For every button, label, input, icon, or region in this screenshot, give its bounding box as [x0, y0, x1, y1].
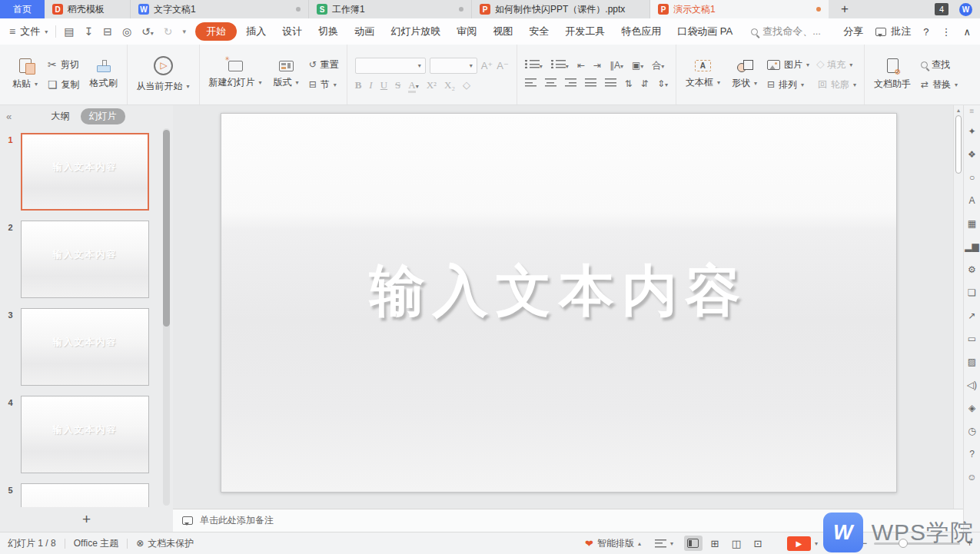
undo-button[interactable]: ↺▾	[141, 25, 154, 38]
theme-name[interactable]: Office 主题	[74, 537, 118, 550]
wordart-icon[interactable]: A	[968, 196, 975, 205]
tab-count-badge[interactable]: 4	[935, 3, 948, 15]
text-align-box-button[interactable]: ▣▾	[632, 61, 643, 70]
underline-button[interactable]: U	[380, 79, 387, 91]
animation-pane-icon[interactable]: ❖	[968, 150, 976, 159]
font-family-select[interactable]: ▾	[355, 58, 426, 74]
paste-button[interactable]: 粘贴▾	[11, 58, 39, 91]
decrease-indent-button[interactable]: ⇤	[577, 61, 585, 70]
copy-button[interactable]: ❏复制	[48, 78, 80, 91]
shrink-font-button[interactable]: A⁻	[497, 60, 509, 71]
shape-tool-icon[interactable]: ○	[969, 173, 975, 182]
distribute-button[interactable]	[605, 78, 616, 89]
justify-button[interactable]	[585, 78, 596, 89]
menu-item-design[interactable]: 设计	[282, 25, 302, 38]
slide-thumbnail-3[interactable]: 输入文本内容	[21, 308, 149, 386]
slide-thumbnail-5[interactable]	[21, 483, 149, 507]
chart-icon[interactable]: ▂▆	[965, 242, 978, 251]
align-right-button[interactable]	[565, 78, 576, 89]
save-button[interactable]: ▤	[64, 25, 74, 38]
section-button[interactable]: ⊟节▾	[309, 78, 339, 91]
text-direction-button[interactable]: ∥A▾	[610, 61, 623, 70]
grow-font-button[interactable]: A⁺	[481, 60, 493, 71]
italic-button[interactable]: I	[369, 79, 372, 91]
print-preview-button[interactable]: ◎	[122, 25, 131, 38]
canvas-scrollbar[interactable]: ▴	[953, 105, 963, 509]
play-slideshow-button[interactable]: ▶	[787, 536, 811, 551]
menu-item-animation[interactable]: 动画	[354, 25, 374, 38]
file-menu[interactable]: ≡ 文件 ▾	[9, 25, 48, 38]
new-tab-button[interactable]: +	[829, 0, 861, 18]
tab-outline[interactable]: 大纲	[48, 108, 73, 124]
arrange-button[interactable]: ⊟排列▾	[767, 78, 809, 91]
align-center-button[interactable]	[545, 78, 556, 89]
redo-button[interactable]: ↻	[164, 25, 173, 38]
align-left-button[interactable]	[525, 78, 537, 89]
add-slide-button[interactable]: +	[0, 507, 173, 532]
font-color-button[interactable]: A▾	[408, 79, 418, 91]
badge-icon[interactable]: ◈	[968, 403, 975, 413]
picture-panel-icon[interactable]: ▨	[968, 357, 976, 367]
slide-thumbnail-4[interactable]: 输入文本内容	[21, 396, 149, 473]
superscript-button[interactable]: X²	[427, 79, 437, 91]
view-normal-button[interactable]	[684, 536, 703, 551]
picture-button[interactable]: 图片▾	[767, 58, 809, 71]
adjust-icon[interactable]: ⚙	[968, 265, 976, 274]
audio-icon[interactable]: ◁)	[967, 380, 977, 390]
replace-button[interactable]: ⇄替换▾	[921, 78, 958, 91]
customize-quickbar-button[interactable]: ▾	[183, 28, 187, 35]
menu-item-transition[interactable]: 切换	[318, 25, 338, 38]
comment-button[interactable]: 批注	[875, 25, 911, 38]
spacing-options-button[interactable]: ⇕▾	[657, 79, 668, 88]
slide-title-text[interactable]: 输入文本内容	[221, 254, 896, 328]
menu-item-devtools[interactable]: 开发工具	[565, 25, 605, 38]
share-panel-icon[interactable]: ↗	[968, 311, 975, 320]
command-search-box[interactable]: 查找命令、...	[751, 25, 821, 38]
bullet-list-button[interactable]: ▾	[525, 60, 543, 71]
layout-grid-icon[interactable]: ▦	[968, 219, 976, 228]
tab-docer[interactable]: D 稻壳模板	[45, 0, 131, 18]
history-icon[interactable]: ◷	[968, 426, 975, 436]
vertical-align-button[interactable]: 合▾	[652, 61, 664, 70]
outline-button[interactable]: 回轮廓▾	[818, 78, 856, 91]
tab-pptx-file[interactable]: P 如何制作快闪PPT（课件）.pptx	[472, 0, 650, 18]
numbered-list-button[interactable]: ▾	[551, 60, 569, 71]
slide-editing-area[interactable]: 输入文本内容	[221, 113, 897, 493]
bold-button[interactable]: B	[355, 79, 362, 91]
print-button[interactable]: ⊟	[103, 25, 112, 38]
menu-item-view[interactable]: 视图	[493, 25, 513, 38]
tab-presentation1-active[interactable]: P 演示文稿1	[650, 0, 829, 18]
slide-layout-button[interactable]: 版式▾	[272, 61, 301, 89]
tab-slides[interactable]: 幻灯片	[81, 108, 125, 124]
paragraph-spacing-button[interactable]: ⇵	[641, 79, 649, 88]
shapes-button[interactable]: 形状▾	[730, 60, 759, 90]
slide-thumbnail-1-selected[interactable]: 输入文本内容	[21, 133, 149, 211]
collapse-ribbon-button[interactable]: ∧	[963, 26, 971, 38]
subscript-button[interactable]: X₂	[444, 79, 455, 91]
menu-item-security[interactable]: 安全	[529, 25, 549, 38]
fill-button[interactable]: □填充▾	[818, 58, 856, 71]
textbox-button[interactable]: A 文本框▾	[684, 60, 722, 89]
wps-account-logo[interactable]: W	[959, 3, 972, 16]
font-size-select[interactable]: ▾	[430, 58, 477, 74]
protection-status[interactable]: ⊗ 文档未保护	[136, 537, 194, 550]
help-panel-icon[interactable]: ?	[969, 450, 975, 459]
view-reading-button[interactable]: ◫	[727, 536, 746, 551]
collapse-panel-button[interactable]: «	[6, 111, 12, 122]
reset-button[interactable]: ↺重置	[309, 58, 339, 71]
find-button[interactable]: 查找	[921, 58, 958, 71]
tab-sheet-doc[interactable]: S 工作簿1	[309, 0, 472, 18]
doc-assistant-button[interactable]: 文档助手	[872, 58, 912, 91]
increase-indent-button[interactable]: ⇥	[593, 61, 601, 70]
smart-layout-button[interactable]: ❤ 智能排版 ▴	[585, 537, 641, 550]
more-button[interactable]: ⋮	[941, 26, 951, 38]
text-layout-button[interactable]: ▾	[655, 539, 673, 548]
new-slide-button[interactable]: 新建幻灯片▾	[208, 61, 264, 89]
share-button[interactable]: 分享	[843, 25, 863, 38]
menu-item-insert[interactable]: 插入	[246, 25, 266, 38]
strikethrough-button[interactable]: S	[395, 79, 400, 91]
cut-button[interactable]: ✂剪切	[48, 58, 80, 71]
help-button[interactable]: ?	[923, 26, 929, 38]
menu-item-pocket-animation[interactable]: 口袋动画 PA	[677, 25, 733, 38]
canvas-scrollbar-thumb[interactable]	[955, 115, 962, 174]
